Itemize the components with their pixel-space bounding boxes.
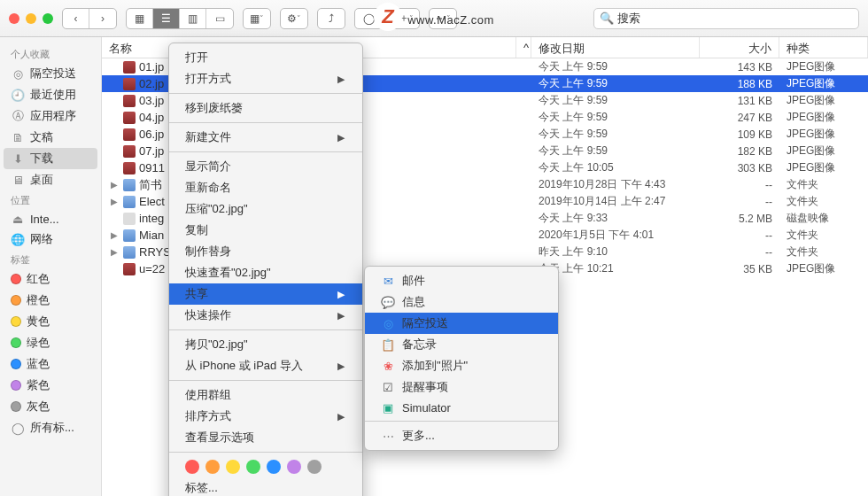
- view-list-button[interactable]: ☰: [153, 9, 180, 28]
- minimize-icon[interactable]: [26, 13, 36, 24]
- new-folder-button[interactable]: ＋ ˅: [391, 8, 420, 29]
- context-menu: 打开打开方式▶移到废纸篓新建文件▶显示简介重新命名压缩"02.jpg"复制制作替…: [168, 43, 363, 496]
- submenu-item[interactable]: ☑︎提醒事项: [365, 376, 558, 398]
- tag-color-row[interactable]: [169, 456, 362, 477]
- toolbar: ‹ › ▦ ☰ ▥ ▭ ▦ ˅ ⚙ ˅ ⤴︎ ◯ ＋ ˅ ⋯ ˅ 🔍搜索: [0, 0, 868, 37]
- sidebar-tag[interactable]: 紫色: [0, 375, 101, 396]
- menu-item[interactable]: 压缩"02.jpg": [169, 198, 362, 220]
- sidebar-tag[interactable]: 绿色: [0, 332, 101, 353]
- app-icon: ◎: [381, 316, 395, 330]
- file-icon: [123, 213, 136, 225]
- menu-item[interactable]: 标签...: [169, 477, 362, 496]
- tags-button[interactable]: ◯: [354, 8, 383, 29]
- window-controls[interactable]: [9, 13, 53, 24]
- file-icon: [123, 145, 136, 158]
- sidebar-item[interactable]: ⏏Inte...: [0, 209, 101, 229]
- menu-item[interactable]: 打开方式▶: [169, 68, 362, 89]
- menu-item[interactable]: 共享▶: [169, 283, 362, 305]
- menu-item[interactable]: 复制: [169, 220, 362, 241]
- sidebar-tag[interactable]: 红色: [0, 268, 101, 290]
- action-button[interactable]: ⚙ ˅: [280, 8, 308, 29]
- sidebar-icon: ⬇︎: [11, 151, 25, 166]
- share-button[interactable]: ⤴︎: [317, 8, 345, 29]
- sidebar-item[interactable]: 🗎文稿: [0, 127, 101, 148]
- sidebar-tag[interactable]: ◯所有标...: [0, 417, 101, 438]
- menu-item[interactable]: 查看显示选项: [169, 427, 362, 448]
- sidebar-icon: ◎: [11, 66, 25, 81]
- search-input[interactable]: 🔍搜索: [593, 8, 859, 29]
- share-submenu: ✉︎邮件💬信息◎隔空投送📋备忘录❀添加到"照片"☑︎提醒事项▣Simulator…: [364, 266, 559, 451]
- view-column-button[interactable]: ▥: [180, 9, 206, 28]
- sidebar-icon: Ⓐ: [11, 109, 25, 123]
- forward-button[interactable]: ›: [89, 9, 116, 28]
- sidebar-item[interactable]: 🌐网络: [0, 229, 101, 250]
- file-list: 名称 ^ 修改日期 大小 种类 01.jp今天 上午 9:59143 KBJPE…: [102, 37, 868, 496]
- file-icon: [123, 61, 136, 74]
- submenu-item[interactable]: ❀添加到"照片": [365, 355, 558, 376]
- menu-item[interactable]: 移到废纸篓: [169, 97, 362, 119]
- view-gallery-button[interactable]: ▭: [206, 9, 233, 28]
- zoom-icon[interactable]: [43, 13, 53, 24]
- file-icon: [123, 179, 136, 191]
- search-icon: 🔍: [600, 12, 614, 25]
- sidebar-item[interactable]: 🖥桌面: [0, 169, 101, 190]
- back-button[interactable]: ‹: [63, 9, 89, 28]
- submenu-item[interactable]: 📋备忘录: [365, 334, 558, 355]
- file-icon: [123, 196, 136, 208]
- app-icon: 📋: [381, 337, 395, 352]
- sidebar-favorites-label: 个人收藏: [0, 44, 101, 63]
- sidebar-icon: 🗎: [11, 130, 25, 144]
- app-icon: ▣: [381, 400, 395, 415]
- file-icon: [123, 263, 136, 275]
- app-icon: ⋯: [381, 429, 395, 443]
- sidebar-icon: 🌐: [11, 232, 25, 246]
- app-icon: ☑︎: [381, 380, 395, 394]
- submenu-item[interactable]: ◎隔空投送: [365, 313, 558, 334]
- file-icon: [123, 78, 136, 90]
- tag-dot-icon: [11, 337, 21, 348]
- menu-item[interactable]: 排序方式▶: [169, 406, 362, 427]
- sidebar-locations-label: 位置: [0, 190, 101, 209]
- sidebar-item[interactable]: ◎隔空投送: [0, 63, 101, 84]
- sidebar-item[interactable]: 🕘最近使用: [0, 84, 101, 105]
- file-icon: [123, 112, 136, 124]
- sidebar-tag[interactable]: 蓝色: [0, 353, 101, 375]
- tag-dot-icon: [11, 295, 21, 306]
- menu-item[interactable]: 快速查看"02.jpg": [169, 262, 362, 283]
- sidebar-item[interactable]: Ⓐ应用程序: [0, 105, 101, 127]
- col-size[interactable]: 大小: [700, 37, 779, 58]
- tag-dot-icon: [11, 316, 21, 327]
- app-icon: ✉︎: [381, 274, 395, 288]
- sidebar-tag[interactable]: 灰色: [0, 396, 101, 417]
- file-icon: [123, 229, 136, 242]
- menu-item[interactable]: 快速操作▶: [169, 305, 362, 326]
- submenu-item[interactable]: ⋯更多...: [365, 425, 558, 446]
- sidebar-icon: ⏏: [11, 212, 25, 226]
- sidebar-icon: 🖥: [11, 173, 25, 187]
- menu-item[interactable]: 重新命名: [169, 177, 362, 198]
- arrange-button[interactable]: ▦ ˅: [243, 8, 271, 29]
- tag-dot-icon: [11, 274, 21, 284]
- menu-item[interactable]: 打开: [169, 47, 362, 68]
- menu-item[interactable]: 拷贝"02.jpg": [169, 334, 362, 355]
- menu-item[interactable]: 新建文件▶: [169, 127, 362, 148]
- menu-item[interactable]: 制作替身: [169, 241, 362, 262]
- menu-item[interactable]: 从 iPhone 或 iPad 导入▶: [169, 355, 362, 376]
- menu-item[interactable]: 显示简介: [169, 156, 362, 177]
- sidebar-tag[interactable]: 黄色: [0, 311, 101, 332]
- sidebar-tag[interactable]: 橙色: [0, 290, 101, 311]
- col-kind[interactable]: 种类: [779, 37, 868, 58]
- file-icon: [123, 162, 136, 174]
- submenu-item[interactable]: ✉︎邮件: [365, 270, 558, 291]
- sidebar-item[interactable]: ⬇︎下载: [4, 148, 97, 169]
- finder-extra-button[interactable]: ⋯ ˅: [429, 8, 457, 29]
- close-icon[interactable]: [9, 13, 19, 24]
- view-icon-button[interactable]: ▦: [127, 9, 153, 28]
- submenu-item[interactable]: 💬信息: [365, 291, 558, 313]
- sidebar-icon: 🕘: [11, 88, 25, 102]
- menu-item[interactable]: 使用群组: [169, 384, 362, 406]
- view-buttons: ▦ ☰ ▥ ▭: [126, 8, 234, 29]
- col-date[interactable]: 修改日期: [531, 37, 700, 58]
- submenu-item[interactable]: ▣Simulator: [365, 398, 558, 417]
- sidebar-tags-label: 标签: [0, 250, 101, 268]
